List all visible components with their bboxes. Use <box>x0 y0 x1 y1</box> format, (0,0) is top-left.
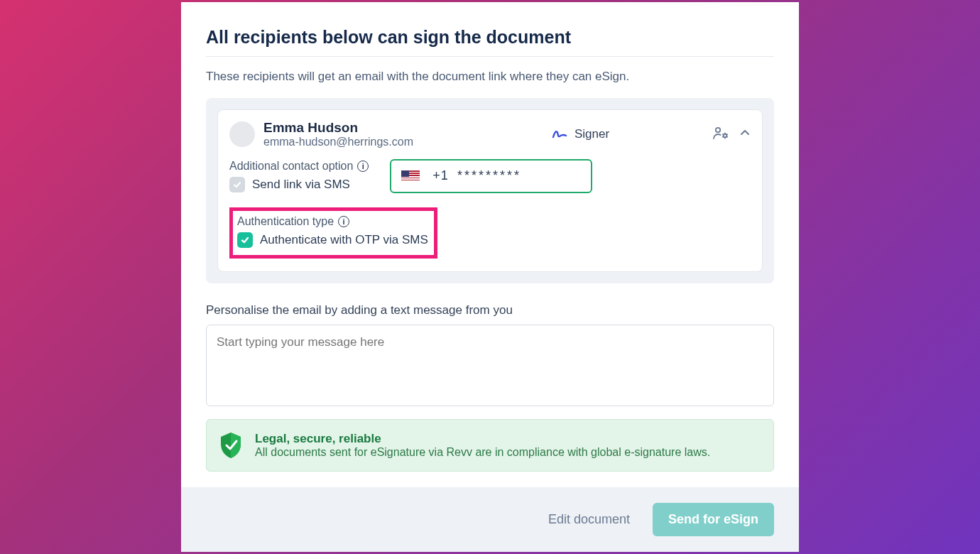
auth-otp-label: Authenticate with OTP via SMS <box>260 233 428 247</box>
auth-otp-checkbox-row[interactable]: Authenticate with OTP via SMS <box>237 232 428 248</box>
auth-otp-checkbox[interactable] <box>237 232 253 248</box>
signature-icon <box>552 129 567 140</box>
message-textarea[interactable] <box>206 325 774 406</box>
divider <box>206 56 774 57</box>
avatar <box>229 121 255 147</box>
send-sms-checkbox[interactable] <box>229 177 245 192</box>
additional-contact-block: Additional contact option i Send link vi… <box>229 160 369 192</box>
modal-footer: Edit document Send for eSign <box>181 487 799 552</box>
authentication-block: Authentication type i Authenticate with … <box>229 207 437 259</box>
send-sms-label: Send link via SMS <box>252 178 350 192</box>
modal-title: All recipients below can sign the docume… <box>206 27 774 48</box>
recipient-card: Emma Hudson emma-hudson@herrings.com Sig… <box>217 109 763 271</box>
edit-document-button[interactable]: Edit document <box>548 512 630 527</box>
additional-contact-label: Additional contact option i <box>229 160 369 173</box>
esign-send-modal: All recipients below can sign the docume… <box>181 2 799 551</box>
info-icon[interactable]: i <box>357 161 369 172</box>
shield-check-icon <box>218 431 244 460</box>
recipient-email: emma-hudson@herrings.com <box>263 136 413 148</box>
legal-text: All documents sent for eSignature via Re… <box>255 446 710 459</box>
legal-title: Legal, secure, reliable <box>255 432 710 446</box>
recipient-role-label: Signer <box>575 127 609 141</box>
legal-banner: Legal, secure, reliable All documents se… <box>206 419 774 472</box>
personalise-label: Personalise the email by adding a text m… <box>206 303 774 317</box>
contact-options-row: Additional contact option i Send link vi… <box>229 159 751 193</box>
recipient-role: Signer <box>552 127 609 141</box>
svg-point-0 <box>716 128 720 132</box>
phone-input[interactable]: +1 ********* <box>390 159 592 193</box>
info-icon[interactable]: i <box>338 216 349 227</box>
send-for-esign-button[interactable]: Send for eSign <box>653 503 774 536</box>
phone-number-masked: ********* <box>457 168 521 183</box>
recipient-name: Emma Hudson <box>263 120 413 136</box>
recipient-header: Emma Hudson emma-hudson@herrings.com Sig… <box>229 120 751 148</box>
recipient-identity: Emma Hudson emma-hudson@herrings.com <box>229 120 413 148</box>
modal-description: These recipients will get an email with … <box>206 70 774 84</box>
collapse-icon[interactable] <box>739 127 751 141</box>
authentication-label: Authentication type i <box>237 215 428 228</box>
send-sms-checkbox-row[interactable]: Send link via SMS <box>229 177 369 192</box>
us-flag-icon <box>401 170 420 182</box>
phone-country-code: +1 <box>432 168 449 183</box>
recipients-panel: Emma Hudson emma-hudson@herrings.com Sig… <box>206 98 774 283</box>
recipient-actions <box>712 126 751 143</box>
recipient-settings-icon[interactable] <box>712 126 729 143</box>
